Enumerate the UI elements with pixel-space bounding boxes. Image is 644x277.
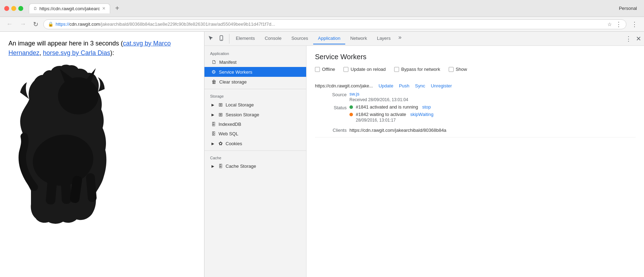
indexeddb-icon: 🗄 (211, 122, 216, 127)
link-separator: , (39, 49, 43, 56)
tab-bar: 🗋 https://cdn.rawgit.com/jakearc ✕ + (29, 3, 613, 14)
offline-option[interactable]: Offline (315, 67, 335, 72)
cache-storage-label: Cache Storage (226, 164, 256, 169)
browser-tab[interactable]: 🗋 https://cdn.rawgit.com/jakearc ✕ (29, 4, 110, 13)
status-row-2: #1842 waiting to activate skipWaiting 28… (349, 112, 636, 123)
web-sql-label: Web SQL (219, 131, 238, 136)
update-on-reload-option[interactable]: Update on reload (343, 67, 386, 72)
back-button[interactable]: ← (4, 19, 15, 29)
devtools-tabs: Elements Console Sources Application Net… (231, 33, 624, 44)
page-text-before: An image will appear here in 3 seconds ( (8, 40, 123, 47)
clear-storage-icon: 🗑 (211, 79, 216, 85)
cache-storage-arrow-icon: ▶ (211, 164, 214, 168)
devtools-menu-icon[interactable]: ⋮ (624, 33, 633, 44)
web-sql-icon: 🗄 (211, 131, 216, 136)
sidebar-item-web-sql[interactable]: 🗄 Web SQL (204, 129, 306, 138)
tab-favicon-icon: 🗋 (33, 6, 37, 11)
mobile-device-icon[interactable] (216, 34, 226, 44)
source-file-link[interactable]: sw.js (349, 91, 359, 97)
sidebar-item-indexeddb[interactable]: 🗄 IndexedDB (204, 119, 306, 129)
profile-button[interactable]: Personal (616, 4, 640, 12)
cursor-tool-icon[interactable] (206, 34, 216, 44)
sidebar-item-manifest[interactable]: 🗋 Manifest (204, 57, 306, 67)
tab-sources[interactable]: Sources (286, 33, 313, 44)
tab-console[interactable]: Console (260, 33, 286, 44)
stop-link[interactable]: stop (422, 104, 431, 110)
status-row-1: #1841 activated and is running stop (349, 104, 636, 110)
forward-button[interactable]: → (18, 19, 28, 29)
tab-network[interactable]: Network (345, 33, 372, 44)
extensions-button[interactable]: ⋮ (629, 19, 640, 30)
browser-window: 🗋 https://cdn.rawgit.com/jakearc ✕ + Per… (0, 0, 644, 277)
sw-detail-grid: Source sw.js Received 28/09/2016, 13:01:… (315, 91, 636, 125)
sidebar-item-local-storage[interactable]: ▶ ⊞ Local Storage (204, 100, 306, 110)
panel-title: Service Workers (315, 53, 636, 61)
devtools-body: Application 🗋 Manifest ⚙ Service Workers… (204, 46, 644, 277)
minimize-button[interactable] (11, 6, 16, 11)
update-on-reload-checkbox[interactable] (343, 67, 348, 72)
status-1-text: #1841 activated and is running (356, 104, 418, 110)
url-host: cdn.rawgit.com (69, 21, 100, 27)
skip-waiting-link[interactable]: skipWaiting (410, 112, 434, 117)
bypass-for-network-option[interactable]: Bypass for network (394, 67, 440, 72)
devtools-main-panel: Service Workers Offline Update on reload (307, 46, 644, 277)
show-checkbox[interactable] (449, 67, 454, 72)
bypass-for-network-checkbox[interactable] (394, 67, 399, 72)
secure-icon: 🔒 (48, 21, 53, 27)
nav-bar: ← → ↻ 🔒 https://cdn.rawgit.com/jakearchi… (0, 17, 644, 32)
sw-unregister-link[interactable]: Unregister (431, 83, 452, 88)
clients-row: Clients https://cdn.rawgit.com/jakearchi… (315, 128, 636, 133)
page-description: An image will appear here in 3 seconds (… (8, 39, 196, 58)
clients-label: Clients (315, 128, 347, 133)
address-menu-icon[interactable]: ⋮ (615, 20, 622, 28)
service-worker-entry: https://cdn.rawgit.com/jake... Update Pu… (315, 79, 636, 137)
local-storage-icon: ⊞ (219, 102, 223, 107)
show-label: Show (456, 67, 467, 72)
content-area: An image will appear here in 3 seconds (… (0, 32, 644, 277)
sidebar-item-service-workers[interactable]: ⚙ Service Workers (204, 67, 306, 77)
options-row: Offline Update on reload Bypass for netw… (315, 67, 636, 72)
status-2-text: #1842 waiting to activate (356, 112, 406, 117)
url-path: /jakearchibald/80368b84ac1ae8e229fc90b3f… (100, 21, 275, 27)
manifest-label: Manifest (219, 60, 236, 65)
tab-layers[interactable]: Layers (372, 33, 396, 44)
service-workers-label: Service Workers (219, 69, 252, 75)
cache-storage-icon: 🗄 (219, 164, 223, 169)
page-text-after: ): (110, 49, 114, 56)
more-tabs-icon[interactable]: » (396, 33, 404, 44)
sw-push-link[interactable]: Push (399, 83, 410, 88)
local-storage-arrow-icon: ▶ (211, 103, 214, 107)
session-storage-label: Session Storage (226, 112, 259, 117)
source-label: Source (315, 91, 347, 102)
storage-section-title: Storage (204, 91, 306, 100)
new-tab-button[interactable]: + (112, 3, 123, 14)
cache-divider (204, 150, 306, 151)
sidebar-item-cache-storage[interactable]: ▶ 🗄 Cache Storage (204, 161, 306, 171)
sidebar-item-cookies[interactable]: ▶ ✿ Cookies (204, 138, 306, 148)
tab-elements[interactable]: Elements (231, 33, 260, 44)
address-bar[interactable]: 🔒 https://cdn.rawgit.com/jakearchibald/8… (43, 19, 626, 29)
reload-button[interactable]: ↻ (31, 19, 40, 30)
status-green-dot (349, 105, 353, 109)
title-bar: 🗋 https://cdn.rawgit.com/jakearc ✕ + Per… (0, 0, 644, 17)
storage-divider (204, 89, 306, 89)
horse-link[interactable]: horse.svg by Carla Dias (43, 49, 110, 56)
sidebar-item-clear-storage[interactable]: 🗑 Clear storage (204, 77, 306, 87)
show-option[interactable]: Show (449, 67, 467, 72)
sw-sync-link[interactable]: Sync (415, 83, 425, 88)
tab-application[interactable]: Application (313, 33, 346, 44)
sw-update-link[interactable]: Update (379, 83, 393, 88)
maximize-button[interactable] (18, 6, 23, 11)
close-button[interactable] (4, 6, 9, 11)
session-storage-arrow-icon: ▶ (211, 113, 214, 117)
status-orange-dot (349, 113, 353, 116)
tab-close-icon[interactable]: ✕ (102, 6, 106, 11)
received-timestamp: Received 28/09/2016, 13:01:04 (349, 97, 636, 102)
bookmark-icon[interactable]: ☆ (607, 21, 612, 27)
cache-section-title: Cache (204, 153, 306, 161)
offline-checkbox[interactable] (315, 67, 320, 72)
devtools-close-icon[interactable]: ✕ (634, 33, 643, 44)
sidebar-item-session-storage[interactable]: ▶ ⊞ Session Storage (204, 110, 306, 119)
service-workers-icon: ⚙ (211, 69, 216, 75)
offline-label: Offline (322, 67, 335, 72)
